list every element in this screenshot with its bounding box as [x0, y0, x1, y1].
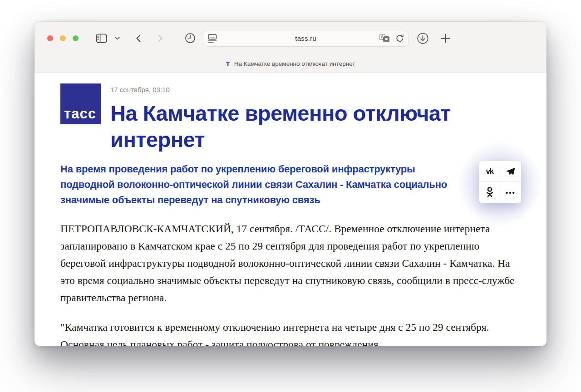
- close-window-button[interactable]: [47, 35, 53, 41]
- sidebar-menu-chevron[interactable]: [113, 22, 122, 54]
- reload-button[interactable]: [395, 30, 404, 46]
- article-title: На Камчатке временно отключат интернет: [110, 100, 510, 153]
- sidebar-toggle-button[interactable]: [94, 22, 108, 54]
- browser-toolbar: tass.ru A ✱: [34, 22, 547, 54]
- translate-button[interactable]: A ✱: [379, 30, 391, 46]
- tass-favicon: T: [226, 60, 230, 68]
- tass-logo[interactable]: тасс: [60, 83, 101, 124]
- telegram-icon: [506, 167, 516, 176]
- more-dots-icon: •••: [506, 189, 516, 196]
- tass-logo-text: тасс: [64, 107, 96, 121]
- url-text: tass.ru: [295, 34, 316, 42]
- article-header: 17 сентября, 03:10 На Камчатке временно …: [34, 73, 547, 153]
- forward-button[interactable]: [154, 22, 166, 54]
- forward-arrow-icon: [158, 34, 162, 42]
- share-widget: vk •••: [479, 161, 521, 203]
- article-page: тасс 17 сентября, 03:10 На Камчатке врем…: [34, 73, 547, 346]
- back-arrow-icon: [136, 34, 141, 42]
- downloads-button[interactable]: [416, 22, 429, 54]
- article-subtitle: На время проведения работ по укреплению …: [60, 162, 468, 208]
- share-more-button[interactable]: •••: [500, 182, 521, 203]
- active-tab[interactable]: T На Камчатке временно отключат интернет: [226, 60, 355, 68]
- minimize-window-button[interactable]: [60, 35, 66, 41]
- translate-icon: A ✱: [379, 34, 391, 44]
- tab-bar: T На Камчатке временно отключат интернет: [34, 54, 547, 73]
- tab-title: На Камчатке временно отключат интернет: [234, 60, 355, 67]
- article-date: 17 сентября, 03:10: [110, 86, 521, 93]
- article-paragraph: ПЕТРОПАВЛОВСК-КАМЧАТСКИЙ, 17 сентября. /…: [60, 220, 521, 306]
- plus-icon: [441, 34, 450, 43]
- reload-icon: [395, 34, 404, 43]
- article-paragraph: "Камчатка готовится к временному отключе…: [60, 318, 521, 346]
- desktop-background: tass.ru A ✱: [0, 0, 581, 392]
- page-format-button[interactable]: [208, 30, 221, 46]
- new-tab-button[interactable]: [438, 22, 452, 54]
- back-button[interactable]: [133, 22, 144, 54]
- share-vk-button[interactable]: vk: [479, 161, 500, 182]
- reader-icon: [208, 34, 217, 43]
- odnoklassniki-icon: [485, 186, 495, 199]
- history-button[interactable]: [183, 22, 197, 54]
- download-icon: [417, 32, 429, 44]
- share-odnoklassniki-button[interactable]: [479, 182, 500, 203]
- chevron-down-icon: [115, 37, 120, 40]
- address-bar[interactable]: tass.ru A ✱: [203, 30, 409, 47]
- sidebar-icon: [96, 34, 107, 43]
- zoom-window-button[interactable]: [73, 35, 79, 41]
- clock-icon: [185, 33, 196, 44]
- vk-icon: vk: [486, 167, 493, 176]
- browser-window: tass.ru A ✱: [34, 22, 547, 346]
- share-telegram-button[interactable]: [500, 161, 521, 182]
